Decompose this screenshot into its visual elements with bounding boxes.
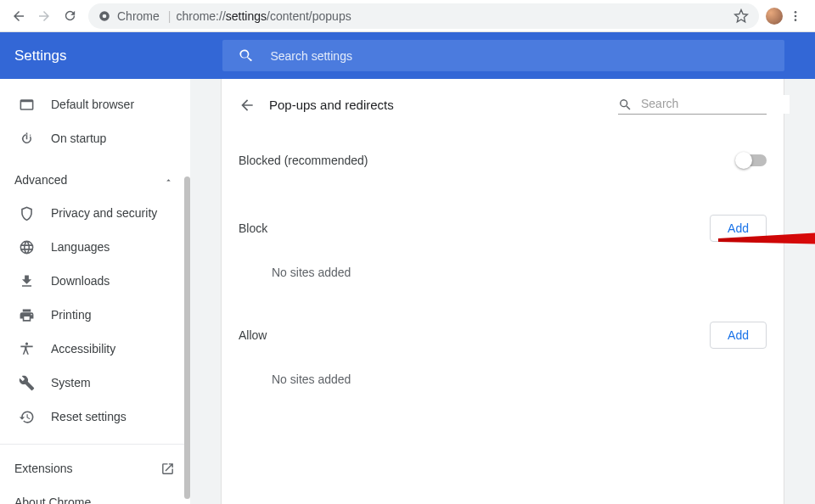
sidebar-item-default-browser[interactable]: Default browser <box>0 87 190 121</box>
sidebar-item-label: Reset settings <box>51 410 126 423</box>
panel-back-button[interactable] <box>239 97 256 114</box>
main-panel-wrap: Pop-ups and redirects Blocked (recommend… <box>190 79 815 504</box>
add-block-button[interactable]: Add <box>710 215 767 242</box>
url-bold: settings <box>226 9 267 23</box>
sidebar-item-label: Extensions <box>14 462 72 475</box>
sidebar-scrollbar[interactable] <box>184 176 190 499</box>
address-bar[interactable]: Chrome | chrome://settings/content/popup… <box>88 3 759 29</box>
url-pre: chrome:// <box>176 9 225 23</box>
open-in-new-icon <box>160 462 175 476</box>
arrow-right-icon <box>37 8 52 24</box>
reload-icon <box>63 8 77 23</box>
page-title: Settings <box>14 48 66 64</box>
sidebar-item-label: Default browser <box>51 98 134 111</box>
allow-empty-text: No sites added <box>239 372 767 386</box>
svg-point-3 <box>795 14 797 17</box>
sidebar-item-printing[interactable]: Printing <box>0 298 190 332</box>
forward-button[interactable] <box>32 4 56 28</box>
svg-point-1 <box>103 14 107 18</box>
search-icon <box>238 48 255 64</box>
toggle-knob <box>735 152 752 169</box>
browser-toolbar: Chrome | chrome://settings/content/popup… <box>0 0 815 32</box>
settings-search-input[interactable] <box>270 49 769 63</box>
sidebar-section-label: Advanced <box>14 173 67 187</box>
star-icon <box>734 8 749 24</box>
power-icon <box>17 131 36 147</box>
settings-search[interactable] <box>222 40 784 71</box>
sidebar-item-label: System <box>51 376 91 389</box>
arrow-left-icon <box>239 97 256 114</box>
browser-menu-button[interactable] <box>783 3 808 29</box>
shield-icon <box>17 205 36 221</box>
main-panel: Pop-ups and redirects Blocked (recommend… <box>221 79 784 504</box>
sidebar-item-system[interactable]: System <box>0 366 190 400</box>
blocked-toggle-label: Blocked (recommended) <box>239 154 368 167</box>
panel-title: Pop-ups and redirects <box>269 98 394 112</box>
svg-point-2 <box>795 11 797 14</box>
sidebar-item-label: Languages <box>51 240 110 254</box>
sidebar-item-accessibility[interactable]: Accessibility <box>0 332 190 366</box>
more-vert-icon <box>789 9 802 23</box>
browser-icon <box>17 97 36 113</box>
panel-search-input[interactable] <box>638 95 790 114</box>
sidebar-item-privacy[interactable]: Privacy and security <box>0 196 190 230</box>
sidebar-item-label: Accessibility <box>51 342 115 356</box>
wrench-icon <box>17 375 36 391</box>
chevron-up-icon <box>164 176 173 185</box>
sidebar-item-on-startup[interactable]: On startup <box>0 121 190 155</box>
back-button[interactable] <box>7 4 31 28</box>
restore-icon <box>17 409 36 425</box>
globe-icon <box>17 239 36 255</box>
sidebar: Default browser On startup Advanced Priv… <box>0 79 190 504</box>
sidebar-item-extensions[interactable]: Extensions <box>0 451 190 485</box>
site-icon <box>98 10 110 22</box>
sidebar-item-label: Downloads <box>51 274 110 288</box>
print-icon <box>17 307 36 323</box>
sidebar-item-label: About Chrome <box>14 496 91 504</box>
sidebar-item-reset[interactable]: Reset settings <box>0 400 190 434</box>
sidebar-item-label: Printing <box>51 308 91 322</box>
accessibility-icon <box>17 341 36 357</box>
profile-avatar[interactable] <box>766 8 783 25</box>
sidebar-item-downloads[interactable]: Downloads <box>0 264 190 298</box>
block-empty-text: No sites added <box>239 266 767 279</box>
url-label: Chrome <box>117 9 160 23</box>
sidebar-item-about[interactable]: About Chrome <box>0 485 190 504</box>
blocked-toggle[interactable] <box>738 154 767 166</box>
bookmark-button[interactable] <box>734 8 749 24</box>
sidebar-item-label: On startup <box>51 132 106 145</box>
svg-point-4 <box>795 19 797 21</box>
add-allow-button[interactable]: Add <box>710 322 767 349</box>
sidebar-item-languages[interactable]: Languages <box>0 230 190 264</box>
sidebar-item-label: Privacy and security <box>51 206 157 220</box>
allow-section-label: Allow <box>239 328 267 342</box>
url-post: /content/popups <box>267 9 351 23</box>
download-icon <box>17 273 36 289</box>
settings-header: Settings <box>0 32 815 79</box>
sidebar-advanced-toggle[interactable]: Advanced <box>0 164 190 196</box>
block-section-label: Block <box>239 221 267 235</box>
panel-search[interactable] <box>618 95 767 115</box>
reload-button[interactable] <box>58 4 82 28</box>
arrow-left-icon <box>11 8 26 24</box>
search-icon <box>618 98 632 112</box>
